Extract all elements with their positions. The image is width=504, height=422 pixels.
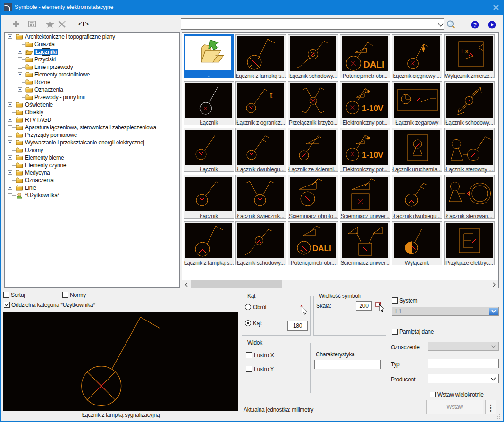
svg-text:DALI: DALI: [312, 244, 331, 253]
svg-text:Lx: Lx: [461, 47, 469, 55]
svg-text:t: t: [270, 90, 273, 100]
svg-text:DALI: DALI: [363, 59, 384, 69]
svg-text:?: ?: [473, 22, 477, 28]
svg-text:1-10V: 1-10V: [362, 104, 384, 113]
svg-text:1-10V: 1-10V: [362, 151, 384, 160]
